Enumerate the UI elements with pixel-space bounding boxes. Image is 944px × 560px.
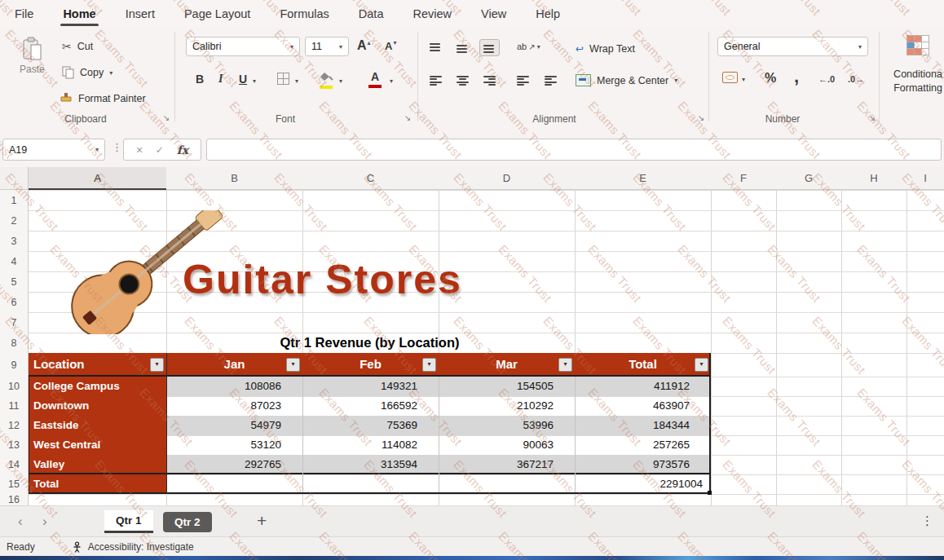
filter-button[interactable]: ▾ — [422, 358, 436, 372]
table-title: Qtr 1 Revenue (by Location) — [29, 333, 711, 353]
table-total-label: Total — [33, 474, 59, 494]
filter-button[interactable]: ▾ — [150, 358, 164, 372]
table-cell: 108086 — [166, 377, 281, 396]
table-column-line — [439, 377, 439, 492]
table-row-label: Eastside — [33, 416, 79, 435]
sheet-content: Guitar Stores Qtr 1 Revenue (by Location… — [0, 0, 944, 560]
table-cell: 53996 — [439, 416, 554, 435]
table-header-mar: Mar — [439, 353, 575, 376]
logo-text: Guitar Stores — [183, 256, 462, 303]
table-cell: 292765 — [166, 455, 281, 474]
table-cell: 184344 — [575, 416, 690, 435]
table-cell: 257265 — [575, 435, 690, 455]
table-grand-total: 2291004 — [575, 474, 703, 494]
filter-button[interactable]: ▾ — [695, 358, 708, 372]
table-cell: 154505 — [439, 377, 554, 396]
table-cell: 114082 — [302, 435, 417, 455]
table-cell: 87023 — [166, 396, 281, 416]
filter-button[interactable]: ▾ — [558, 358, 572, 372]
table-row-label: West Central — [33, 435, 100, 455]
table-border — [709, 353, 711, 494]
table-row-label: College Campus — [33, 377, 120, 396]
table-cell: 367217 — [439, 455, 554, 474]
table-border — [29, 375, 711, 377]
table-column-line — [575, 377, 576, 492]
table-header-jan: Jan — [166, 353, 302, 376]
table-cell: 166592 — [302, 396, 417, 416]
table-border — [29, 492, 711, 494]
table-cell: 463907 — [575, 396, 690, 416]
table-cell: 313594 — [302, 455, 417, 474]
table-row-label: Valley — [33, 455, 64, 474]
filter-button[interactable]: ▾ — [286, 358, 300, 372]
table-column-line — [302, 377, 303, 492]
table-header-location: Location — [29, 353, 166, 376]
table-header-feb: Feb — [302, 353, 439, 376]
table-cell: 210292 — [439, 396, 554, 416]
table-cell: 54979 — [166, 416, 281, 435]
fill-handle — [708, 491, 712, 495]
table-cell: 973576 — [575, 455, 690, 474]
table-cell: 149321 — [302, 377, 417, 396]
table-cell: 411912 — [575, 377, 690, 396]
table-row-label: Downtown — [33, 396, 89, 416]
table-header-total: Total — [575, 353, 711, 376]
table-cell: 75369 — [302, 416, 417, 435]
table-cell: 53120 — [166, 435, 281, 455]
table-border — [29, 473, 711, 474]
table-border — [166, 353, 167, 494]
table-cell: 90063 — [439, 435, 554, 455]
